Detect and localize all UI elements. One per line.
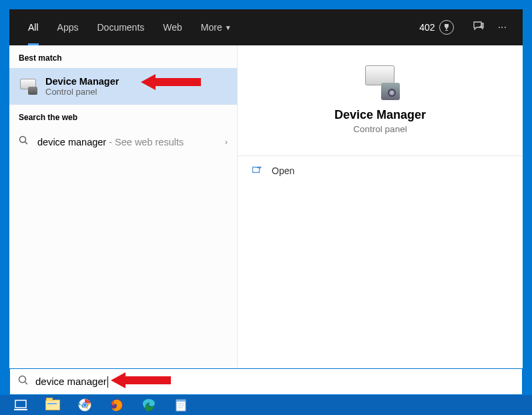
file-explorer-icon[interactable] (44, 398, 61, 412)
chevron-down-icon: ▼ (225, 24, 232, 31)
svg-line-2 (25, 142, 28, 145)
edge-icon[interactable] (140, 398, 158, 412)
svg-rect-17 (176, 400, 186, 402)
tab-bar: All Apps Documents Web More▼ 402 ··· (9, 9, 523, 45)
chrome-icon[interactable] (76, 398, 93, 412)
svg-point-1 (20, 137, 26, 143)
firefox-icon[interactable] (108, 398, 125, 412)
chevron-right-icon: › (225, 137, 228, 147)
tab-web[interactable]: Web (154, 9, 192, 45)
search-box[interactable]: device manager (9, 368, 523, 395)
svg-marker-0 (141, 74, 201, 90)
open-icon (252, 165, 262, 176)
rewards-button[interactable]: 402 (419, 20, 453, 35)
result-subtitle: Control panel (45, 87, 119, 97)
tab-more[interactable]: More▼ (192, 9, 241, 45)
trophy-icon (439, 20, 454, 35)
best-match-header: Best match (9, 45, 237, 68)
detail-pane: Device Manager Control panel Open (237, 45, 523, 368)
taskbar (0, 395, 532, 415)
device-manager-icon (361, 65, 400, 100)
result-title: Device Manager (45, 76, 119, 87)
svg-point-13 (83, 404, 87, 407)
web-result-item[interactable]: device manager - See web results › (9, 127, 237, 156)
tab-all[interactable]: All (19, 9, 48, 45)
detail-title: Device Manager (238, 108, 523, 122)
more-options-icon[interactable]: ··· (498, 21, 507, 33)
tab-documents[interactable]: Documents (87, 9, 154, 45)
tab-apps[interactable]: Apps (48, 9, 88, 45)
open-label: Open (272, 165, 294, 176)
search-icon (19, 135, 29, 148)
svg-point-4 (19, 376, 26, 383)
notepad-icon[interactable] (172, 398, 190, 412)
annotation-arrow (111, 372, 171, 388)
annotation-arrow (141, 74, 201, 90)
search-input[interactable]: device manager (35, 376, 514, 388)
search-panel: All Apps Documents Web More▼ 402 ··· Bes… (9, 9, 523, 395)
chat-icon[interactable] (473, 20, 485, 35)
device-manager-icon (19, 79, 37, 95)
rewards-points: 402 (419, 22, 435, 33)
svg-marker-6 (111, 372, 171, 388)
task-view-icon[interactable] (12, 398, 29, 412)
search-icon (18, 375, 29, 388)
detail-subtitle: Control panel (238, 124, 523, 134)
text-cursor (107, 376, 108, 388)
svg-rect-7 (15, 400, 26, 408)
svg-rect-8 (14, 409, 27, 410)
open-action[interactable]: Open (238, 156, 523, 185)
best-match-item[interactable]: Device Manager Control panel (9, 68, 237, 105)
search-web-header: Search the web (9, 105, 237, 127)
svg-line-5 (25, 382, 28, 385)
results-list: Best match Device Manager Control panel … (9, 45, 237, 368)
